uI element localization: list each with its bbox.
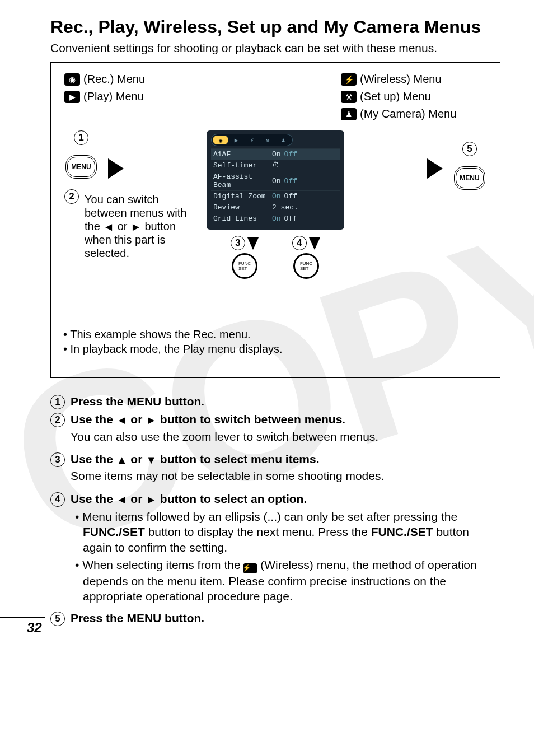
step-number-3: 3: [50, 452, 65, 467]
callout-5: 5: [462, 142, 477, 156]
step-number-4: 4: [50, 492, 65, 507]
func-set-button: FUNCSET: [293, 253, 319, 279]
arrow-up-icon: ▲: [116, 454, 128, 465]
step-number-5: 5: [50, 612, 65, 626]
wireless-menu-label: (Wireless) Menu: [360, 73, 442, 86]
lcd-row: Grid Lines On Off: [211, 213, 340, 224]
step-5-text: Press the MENU button.: [71, 612, 204, 624]
callout-4: 4: [292, 236, 307, 250]
arrow-left-icon: ◄: [116, 414, 128, 426]
mycamera-menu-label: (My Camera) Menu: [360, 108, 456, 120]
setup-menu-label: (Set up) Menu: [360, 90, 431, 103]
wireless-icon: ⚡: [341, 73, 357, 86]
lcd-tab-bar: ◉ ▶ ⚡ ⚒ ♟: [211, 134, 293, 146]
arrow-right-icon: [427, 158, 443, 179]
arrow-left-icon: ◄: [116, 494, 128, 505]
instruction-steps: 1 Press the MENU button. 2 Use the ◄ or …: [50, 394, 500, 627]
play-icon: ▶: [64, 91, 80, 103]
arrow-down-icon: [309, 237, 320, 250]
step-number-1: 1: [50, 395, 65, 409]
arrow-down-icon: ▼: [146, 454, 157, 465]
diagram-note: In playback mode, the Play menu displays…: [71, 342, 486, 356]
lcd-tab-rec: ◉: [213, 136, 228, 144]
lcd-row: Review 2 sec.: [211, 202, 340, 213]
callout-1: 1: [74, 130, 88, 145]
intro-text: Convenient settings for shooting or play…: [50, 41, 500, 55]
lcd-tab-play: ▶: [228, 136, 244, 144]
step-4-text: Use the ◄ or ► button to select an optio…: [71, 492, 307, 505]
lcd-tab-setup: ⚒: [260, 136, 275, 144]
arrow-right-icon: ►: [146, 414, 157, 426]
diagram-notes: This example shows the Rec. menu. In pla…: [64, 327, 486, 356]
mycamera-icon: ♟: [341, 108, 357, 120]
arrow-down-icon: [247, 237, 259, 250]
lcd-row: AF-assist Beam On Off: [211, 171, 340, 190]
step-3-sub: Some items may not be selectable in some…: [71, 468, 500, 484]
setup-icon: ⚒: [341, 91, 357, 103]
callout-2: 2: [64, 189, 79, 204]
lcd-row: Self-timer ⏱: [211, 160, 340, 171]
menu-button-left: MENU: [65, 155, 97, 179]
page-number: 32: [27, 620, 42, 636]
lcd-tab-wireless: ⚡: [244, 136, 260, 144]
diagram-note: This example shows the Rec. menu.: [71, 327, 486, 342]
lcd-row: AiAF On Off: [211, 148, 340, 160]
step-4-bullet: Menu items followed by an ellipsis (...)…: [83, 509, 500, 555]
rec-menu-label: (Rec.) Menu: [83, 73, 145, 86]
menu-diagram: ◉ (Rec.) Menu ▶ (Play) Menu ⚡ (Wireless)…: [50, 62, 500, 378]
step-3-text: Use the ▲ or ▼ button to select menu ite…: [71, 452, 320, 465]
rec-icon: ◉: [64, 73, 80, 86]
wireless-icon: ⚡: [243, 563, 257, 573]
play-menu-label: (Play) Menu: [83, 90, 144, 103]
lcd-screen: ◉ ▶ ⚡ ⚒ ♟ AiAF On Off Self-timer: [207, 130, 344, 230]
step-1-text: Press the MENU button.: [71, 395, 204, 408]
step-4-bullet: When selecting items from the ⚡ (Wireles…: [83, 557, 500, 604]
switch-note: You can switch between menus with the ◄ …: [85, 193, 188, 260]
arrow-right-icon: [108, 158, 124, 179]
page-title: Rec., Play, Wireless, Set up and My Came…: [50, 17, 500, 38]
arrow-right-icon: ►: [146, 494, 157, 505]
step-2-text: Use the ◄ or ► button to switch between …: [71, 413, 345, 426]
arrow-left-icon: ◄: [103, 221, 114, 232]
step-2-sub: You can also use the zoom lever to switc…: [71, 429, 500, 445]
callout-3: 3: [231, 236, 245, 250]
lcd-tab-mycamera: ♟: [275, 136, 291, 144]
page-number-rule: [0, 617, 45, 618]
lcd-row: Digital Zoom On Off: [211, 190, 340, 202]
func-set-button: FUNCSET: [232, 253, 257, 279]
arrow-right-icon: ►: [130, 221, 142, 232]
menu-button-right: MENU: [454, 166, 485, 190]
step-number-2: 2: [50, 413, 65, 427]
